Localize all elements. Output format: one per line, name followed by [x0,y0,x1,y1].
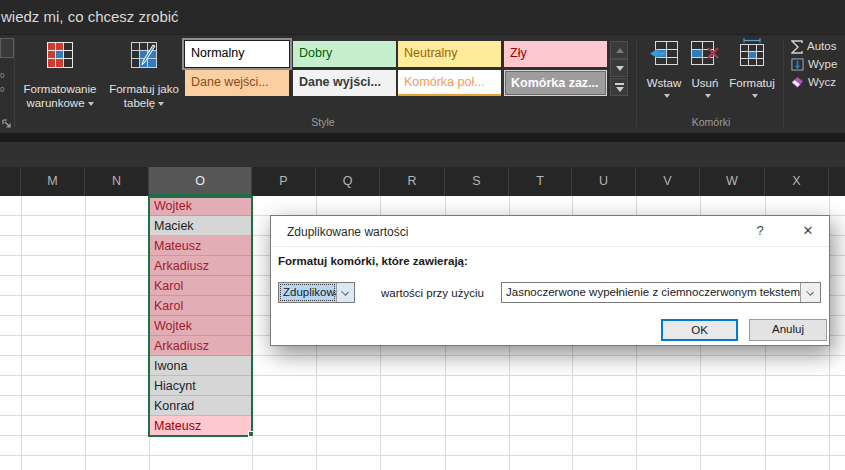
column-header-u[interactable]: U [572,167,636,196]
fill-down-icon [791,58,804,71]
cell-o7[interactable]: Wojtek [149,316,252,336]
increase-decimal-icon[interactable]: 0 [0,70,10,82]
chevron-down-icon [664,94,670,98]
chevron-down-icon [752,94,758,98]
clear-label: Wycz [808,76,836,88]
column-header-p[interactable]: P [252,167,316,196]
style-neutralny[interactable]: Neutralny [398,41,501,67]
column-header-m[interactable]: M [21,167,85,196]
column-header-q[interactable]: Q [316,167,380,196]
insert-label: Wstaw [644,76,684,90]
dialog-title: Zduplikowane wartości [287,225,408,239]
format-as-table-label-line2: tabelę [124,97,155,109]
dropdown-arrow[interactable] [336,283,354,302]
conditional-formatting-label-line2: warunkowe [26,97,84,109]
cell-o5[interactable]: Karol [149,276,252,296]
column-header-o[interactable]: O [149,167,252,196]
delete-button[interactable]: Usuń [687,38,723,104]
column-header-v[interactable]: V [636,167,700,196]
delete-label: Usuń [687,76,723,90]
column-header-x[interactable]: X [765,167,829,196]
eraser-icon [791,76,804,89]
cell-o12[interactable]: Mateusz [149,416,252,436]
dialog-launcher-icon[interactable] [2,116,13,127]
format-label: Formatuj [726,76,778,90]
delete-cells-icon [690,40,720,69]
gallery-scroll-up-button[interactable] [610,41,628,59]
format-style-value: Jasnoczerwone wypełnienie z ciemnoczerwo… [502,283,800,302]
format-style-dropdown[interactable]: Jasnoczerwone wypełnienie z ciemnoczerwo… [501,282,821,303]
style-dane-wyjsciowe[interactable]: Dane wyjści... [293,70,396,96]
chevron-down-icon [616,66,624,71]
insert-button[interactable]: Wstaw [644,38,684,104]
style-dane-wejsciowe[interactable]: Dane wejści... [185,70,289,96]
chevron-up-icon [616,48,624,53]
gallery-more-button[interactable] [610,78,628,96]
cell-o3[interactable]: Mateusz [149,236,252,256]
conditional-formatting-icon [47,42,73,71]
number-format-dropdown-partial[interactable] [0,38,14,58]
column-header-partial[interactable] [0,167,21,196]
cell-o10[interactable]: Hiacynt [149,376,252,396]
group-separator [14,39,15,127]
gallery-scroll-down-button[interactable] [610,59,628,77]
tell-me-bar: wiedz mi, co chcesz zrobić [0,0,845,35]
cell-o8[interactable]: Arkadiusz [149,336,252,356]
duplicate-type-dropdown[interactable]: Zduplikowane [278,282,355,303]
ok-button[interactable]: OK [661,319,738,341]
column-header-s[interactable]: S [445,167,509,196]
chevron-down-icon [341,288,349,296]
format-as-table-button[interactable]: Formatuj jako tabelę [104,40,184,128]
chevron-down-icon [705,94,711,98]
style-komorka-polaczona[interactable]: Komórka poł... [398,70,501,96]
autosum-button[interactable]: Autos [791,38,845,54]
cells-group-label: Komórki [640,116,782,128]
fill-handle[interactable] [248,431,254,437]
close-button[interactable]: ✕ [791,220,825,242]
style-dobry[interactable]: Dobry [293,41,396,67]
gridline [252,196,253,470]
cell-o2[interactable]: Maciek [149,216,252,236]
group-separator [636,39,637,127]
dialog-prompt: Formatuj komórki, które zawierają: [278,255,468,267]
format-cells-icon [739,38,765,69]
cell-o6[interactable]: Karol [149,296,252,316]
help-button[interactable]: ? [743,220,777,242]
sigma-icon [791,40,803,54]
fill-button[interactable]: Wype [791,56,845,72]
chevron-down-icon [158,102,164,106]
style-komorka-zaznaczona[interactable]: Komórka zaz... [504,70,607,96]
gallery-scrollbar [610,41,628,97]
column-header-r[interactable]: R [380,167,445,196]
format-as-table-icon [131,42,157,71]
clear-button[interactable]: Wycz [791,74,845,90]
chevron-down-icon [88,102,94,106]
format-button[interactable]: Formatuj [726,38,778,104]
dropdown-arrow[interactable] [800,283,820,302]
duplicate-type-value: Zduplikowane [279,283,336,302]
autosum-label: Autos [807,40,836,52]
fill-label: Wype [808,58,837,70]
style-zly[interactable]: Zły [504,41,607,67]
format-as-table-label-line1: Formatuj jako [104,82,184,96]
title-divider [271,246,829,247]
style-normalny[interactable]: Normalny [185,41,289,67]
ribbon: 0 0 Fo [0,35,845,133]
cell-o9[interactable]: Iwona [149,356,252,376]
cell-o11[interactable]: Konrad [149,396,252,416]
conditional-formatting-button[interactable]: Formatowanie warunkowe [16,40,104,128]
decrease-decimal-icon[interactable]: 0 [0,84,10,96]
values-with-text: wartości przy użyciu [381,287,484,299]
ribbon-bottom-strip [0,133,845,142]
tell-me-text[interactable]: wiedz mi, co chcesz zrobić [1,8,179,25]
cell-o4[interactable]: Arkadiusz [149,256,252,276]
cell-o1[interactable]: Wojtek [149,196,252,216]
column-header-n[interactable]: N [85,167,149,196]
column-header-t[interactable]: T [509,167,572,196]
gridline [85,196,86,470]
group-separator [783,39,784,127]
conditional-formatting-label-line1: Formatowanie [16,82,104,96]
column-header-partial[interactable] [829,167,845,196]
cancel-button[interactable]: Anuluj [749,319,827,341]
column-header-w[interactable]: W [700,167,765,196]
